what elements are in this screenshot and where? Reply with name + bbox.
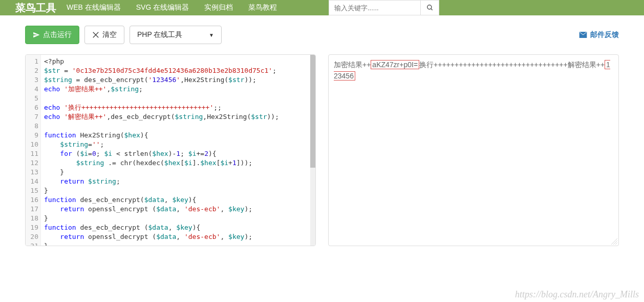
line-gutter: 123456789101112131415161718192021 xyxy=(26,55,41,246)
chevron-down-icon: ▼ xyxy=(209,32,214,38)
nav-item-tutorial[interactable]: 菜鸟教程 xyxy=(248,3,277,12)
run-button[interactable]: 点击运行 xyxy=(25,26,79,44)
search-input[interactable] xyxy=(329,0,421,15)
run-button-label: 点击运行 xyxy=(43,30,72,39)
output-plusses: ++++++++++++++++++++++++++++++++解密结果++ xyxy=(434,61,605,69)
nav-item-examples[interactable]: 实例归档 xyxy=(204,3,233,12)
mail-icon xyxy=(579,31,587,39)
code-panel: 123456789101112131415161718192021 <?php … xyxy=(25,54,316,246)
nav-item-svg-editor[interactable]: SVG 在线编辑器 xyxy=(136,3,189,12)
tool-select[interactable]: PHP 在线工具 ▼ xyxy=(130,26,222,44)
feedback-link[interactable]: 邮件反馈 xyxy=(579,30,619,39)
toolbar: 点击运行 清空 PHP 在线工具 ▼ 邮件反馈 xyxy=(25,26,619,44)
clear-button[interactable]: 清空 xyxy=(84,26,124,44)
output-highlight-encrypted: aKZ47zr+p0I= xyxy=(371,60,419,69)
output-mid1: 换行 xyxy=(419,61,434,69)
output-prefix1: 加密结果++ xyxy=(334,61,371,69)
clear-button-label: 清空 xyxy=(102,30,117,39)
logo[interactable]: 菜鸟工具 xyxy=(15,1,56,15)
panels: 123456789101112131415161718192021 <?php … xyxy=(25,54,619,246)
feedback-label: 邮件反馈 xyxy=(590,30,619,39)
svg-line-1 xyxy=(431,9,432,10)
eraser-icon xyxy=(92,31,99,38)
svg-point-0 xyxy=(427,5,431,9)
header: 菜鸟工具 WEB 在线编辑器 SVG 在线编辑器 实例归档 菜鸟教程 xyxy=(0,0,644,15)
resize-handle-icon[interactable] xyxy=(611,238,617,245)
nav: WEB 在线编辑器 SVG 在线编辑器 实例归档 菜鸟教程 xyxy=(67,3,277,12)
nav-item-web-editor[interactable]: WEB 在线编辑器 xyxy=(67,3,121,12)
scrollbar-thumb[interactable] xyxy=(310,55,315,168)
send-icon xyxy=(33,31,40,38)
scrollbar[interactable] xyxy=(310,55,315,246)
output-panel: 加密结果++aKZ47zr+p0I=换行++++++++++++++++++++… xyxy=(328,54,619,246)
search-icon xyxy=(426,4,434,11)
search-wrap xyxy=(329,0,439,15)
search-button[interactable] xyxy=(421,0,439,15)
tool-select-label: PHP 在线工具 xyxy=(137,30,182,39)
main-container: 点击运行 清空 PHP 在线工具 ▼ 邮件反馈 1234567891011121… xyxy=(15,15,629,256)
code-editor[interactable]: <?php $str = '0c13e7b2510d75c34fdd4e5124… xyxy=(41,55,310,246)
output-text: 加密结果++aKZ47zr+p0I=换行++++++++++++++++++++… xyxy=(329,55,618,86)
